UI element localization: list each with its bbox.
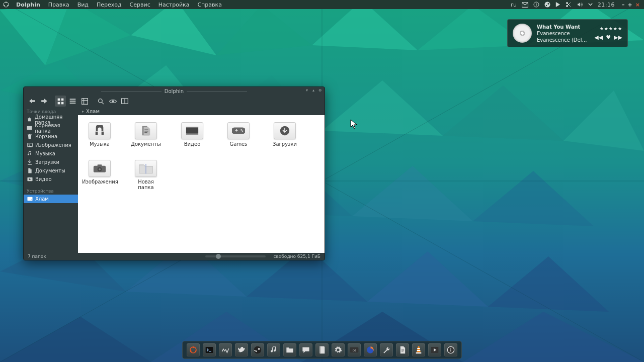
menu-go[interactable]: Переход	[93, 2, 126, 8]
split-view-button[interactable]	[119, 96, 130, 107]
svg-point-77	[190, 350, 192, 352]
svg-rect-93	[450, 349, 451, 352]
bottom-dock: OB	[182, 341, 462, 359]
place-pictures[interactable]: Изображения	[24, 141, 78, 149]
svg-point-31	[7, 5, 8, 6]
svg-rect-47	[69, 101, 75, 102]
place-videos[interactable]: Видео	[24, 175, 78, 184]
next-track-button[interactable]: ▶▶	[614, 34, 622, 41]
folder-new[interactable]: Новая папка	[131, 160, 160, 190]
place-root[interactable]: Корневая папка	[24, 124, 78, 132]
window-minimize-button[interactable]: ▾	[304, 87, 309, 93]
trash-icon	[27, 134, 33, 140]
minimize-button[interactable]: –	[622, 2, 625, 8]
place-downloads[interactable]: Загрузки	[24, 158, 78, 166]
home-icon	[27, 117, 32, 123]
forward-button[interactable]	[39, 96, 50, 107]
steam-icon[interactable]	[544, 2, 550, 8]
svg-rect-45	[61, 102, 63, 104]
status-free-space: свободно 625,1 ГиБ	[274, 254, 320, 259]
keyboard-layout-indicator[interactable]: ru	[511, 2, 517, 8]
scissors-icon[interactable]	[566, 2, 572, 8]
svg-rect-44	[57, 102, 60, 104]
album-art-disc-icon	[513, 24, 532, 43]
dock-music[interactable]	[267, 343, 280, 356]
folder-videos[interactable]: Видео	[178, 122, 207, 147]
svg-rect-74	[145, 164, 146, 173]
svg-line-53	[102, 102, 104, 104]
mail-icon[interactable]	[522, 2, 528, 8]
devices-section-title: Устройства	[24, 187, 78, 195]
svg-point-30	[4, 5, 5, 6]
chevron-down-icon[interactable]	[588, 3, 593, 6]
love-track-button[interactable]: ♥	[606, 34, 611, 41]
dock-steam[interactable]	[251, 343, 264, 356]
details-view-button[interactable]	[79, 96, 90, 107]
window-title: Dolphin	[165, 88, 184, 94]
rating-stars[interactable]: ★★★★★	[600, 26, 622, 31]
breadcrumb[interactable]: ▸ Хлам	[78, 107, 325, 115]
dock-settings[interactable]	[332, 343, 345, 356]
dock-book[interactable]	[315, 343, 329, 356]
dock-ubuntu[interactable]	[187, 343, 200, 356]
dock-files[interactable]	[283, 343, 296, 356]
places-sidebar: Точки входа Домашняя папка Корневая папк…	[24, 107, 78, 253]
svg-point-40	[566, 3, 568, 4]
dock-bird[interactable]	[235, 343, 248, 356]
svg-marker-39	[556, 2, 560, 7]
play-icon[interactable]	[555, 2, 560, 8]
window-maximize-button[interactable]: ▴	[311, 87, 316, 93]
info-icon[interactable]	[533, 2, 539, 8]
dock-chat[interactable]	[299, 343, 312, 356]
dock-vlc[interactable]	[412, 343, 425, 356]
search-button[interactable]	[95, 96, 106, 107]
svg-rect-48	[69, 103, 75, 104]
compact-view-button[interactable]	[67, 96, 78, 107]
dock-media[interactable]	[428, 343, 441, 356]
ubuntu-logo-icon[interactable]	[0, 2, 12, 8]
track-artist: Evanescence	[537, 30, 589, 37]
dock-wrench[interactable]	[380, 343, 393, 356]
back-button[interactable]	[27, 96, 38, 107]
file-view[interactable]: Музыка Документы Видео Games Загрузки Из…	[78, 115, 325, 253]
folder-pictures[interactable]: Изображения	[85, 160, 114, 190]
prev-track-button[interactable]: ◀◀	[594, 34, 603, 41]
menu-settings[interactable]: Настройка	[154, 2, 194, 8]
window-close-button[interactable]: ⊗	[317, 87, 323, 93]
svg-rect-34	[536, 4, 536, 6]
svg-point-54	[112, 100, 113, 102]
svg-point-36	[544, 2, 550, 8]
place-trash[interactable]: Корзина	[24, 132, 78, 141]
menu-edit[interactable]: Правка	[44, 2, 73, 8]
menu-help[interactable]: Справка	[193, 2, 225, 8]
device-hlam[interactable]: Хлам	[24, 195, 78, 203]
svg-point-68	[242, 131, 244, 132]
svg-rect-46	[69, 99, 75, 100]
place-music[interactable]: Музыка	[24, 149, 78, 158]
folder-downloads[interactable]: Загрузки	[270, 122, 299, 147]
svg-point-67	[240, 129, 242, 131]
menu-view[interactable]: Вид	[73, 2, 93, 8]
maximize-button[interactable]: +	[628, 2, 632, 8]
dock-onboard[interactable]: OB	[348, 343, 361, 356]
place-documents[interactable]: Документы	[24, 166, 78, 175]
dock-writer[interactable]	[396, 343, 409, 356]
svg-rect-57	[27, 126, 32, 130]
dock-terminal[interactable]	[203, 343, 216, 356]
volume-icon[interactable]	[577, 2, 583, 8]
folder-music[interactable]: Музыка	[85, 122, 114, 147]
menu-tools[interactable]: Сервис	[126, 2, 154, 8]
icons-view-button[interactable]	[55, 96, 66, 107]
track-album: Evanescence (Delu...	[537, 37, 589, 43]
dock-firefox[interactable]	[364, 343, 377, 356]
clock[interactable]: 21:16	[598, 2, 615, 8]
folder-documents[interactable]: Документы	[131, 122, 160, 147]
preview-button[interactable]	[107, 96, 118, 107]
zoom-slider[interactable]	[205, 255, 266, 257]
dock-info[interactable]	[444, 343, 457, 356]
breadcrumb-current[interactable]: Хлам	[86, 109, 100, 114]
close-button[interactable]: ×	[635, 2, 640, 8]
window-titlebar[interactable]: Dolphin ▾ ▴ ⊗	[24, 87, 325, 95]
dock-monitor[interactable]	[219, 343, 232, 356]
folder-games[interactable]: Games	[224, 122, 253, 147]
